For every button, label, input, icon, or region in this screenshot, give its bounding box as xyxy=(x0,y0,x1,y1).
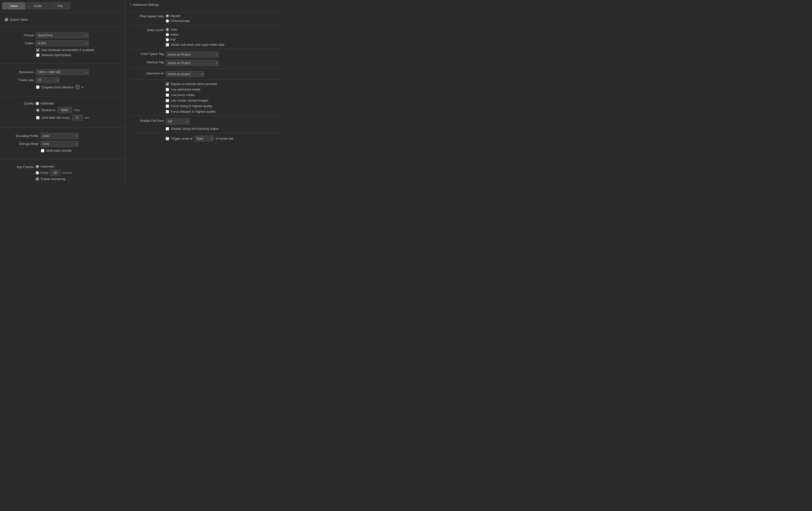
keyframes-section: Key Frames Automatic Every frames Frame … xyxy=(0,162,125,183)
resolution-section: Resolution 1920 x 1080 HD 3840 x 2160 UH… xyxy=(0,67,125,93)
quality-restrict-row: Restrict to Kb/s xyxy=(5,107,120,113)
entropy-mode-select[interactable]: Auto CAVLC CABAC xyxy=(40,141,79,147)
codec-label: Codec xyxy=(5,41,34,45)
use-optimized-checkbox[interactable] xyxy=(166,88,169,91)
keyframes-every-input[interactable] xyxy=(50,170,61,176)
pixel-square-option: Square xyxy=(166,14,190,18)
tab-audio[interactable]: Audio xyxy=(26,2,49,9)
enable-flat-pass-select-wrapper: Off On xyxy=(166,118,190,124)
export-video-label: Export Video xyxy=(10,18,28,22)
pixel-cinemascope-radio[interactable] xyxy=(166,19,169,23)
marker-icon: ⬛ xyxy=(76,85,80,89)
limit-data-rate-input[interactable] xyxy=(72,115,83,121)
enable-flat-pass-select[interactable]: Off On xyxy=(166,118,190,124)
encoding-section: Encoding Profile Auto Baseline Main High… xyxy=(0,130,125,156)
gamma-tag-label: Gamma Tag xyxy=(130,60,164,64)
trigger-script-suffix: of render job xyxy=(216,137,233,140)
hw-accel-checkbox[interactable] xyxy=(36,49,39,52)
quality-automatic-row: Quality Automatic xyxy=(5,101,120,105)
pixel-square-label: Square xyxy=(171,14,181,18)
keyframes-auto-label: Automatic xyxy=(40,164,54,168)
retain-sub-black-checkbox[interactable] xyxy=(166,43,169,47)
hw-accel-row: Use hardware acceleration if available xyxy=(5,48,120,52)
keyframes-unit: frames xyxy=(62,171,72,175)
format-row: Format QuickTime MP4 MXF AVI xyxy=(5,32,120,38)
keyframes-auto-radio[interactable] xyxy=(36,165,39,168)
enable-flat-pass-label: Enable Flat Pass xyxy=(130,118,164,122)
format-label: Format xyxy=(5,33,34,37)
multi-pass-checkbox[interactable] xyxy=(41,149,44,152)
encoding-profile-select[interactable]: Auto Baseline Main High xyxy=(40,133,79,139)
network-opt-label: Network Optimization xyxy=(41,53,71,57)
retain-sub-black-label: Retain sub-black and super-white data xyxy=(171,43,225,47)
format-select[interactable]: QuickTime MP4 MXF AVI xyxy=(36,32,89,38)
frame-reordering-checkbox[interactable] xyxy=(36,177,39,181)
data-burnin-select[interactable]: Same as project None Custom xyxy=(166,71,204,77)
force-debayer-checkbox[interactable] xyxy=(166,110,169,113)
data-levels-video-radio[interactable] xyxy=(166,33,169,36)
bypass-reencode-checkbox[interactable] xyxy=(166,82,169,86)
quality-automatic-radio[interactable] xyxy=(36,102,39,105)
use-render-cached-row: Use render cached images xyxy=(166,99,284,102)
disable-sizing-checkbox[interactable] xyxy=(166,127,169,130)
keyframes-every-radio[interactable] xyxy=(36,171,39,175)
codec-select[interactable]: H.264 H.265 ProRes DNxHR xyxy=(36,40,89,46)
trigger-script-select[interactable]: Start End xyxy=(195,136,214,142)
force-debayer-label: Force debayer to highest quality xyxy=(171,110,215,113)
tab-video[interactable]: Video xyxy=(2,2,25,9)
collapse-arrow-icon[interactable]: ▾ xyxy=(130,3,132,6)
force-debayer-row: Force debayer to highest quality xyxy=(166,110,284,113)
use-render-cached-checkbox[interactable] xyxy=(166,99,169,102)
keyframes-label: Key Frames xyxy=(5,164,34,169)
export-video-row: Export Video xyxy=(0,16,125,24)
quality-label: Quality xyxy=(5,101,34,105)
data-levels-label: Data Levels xyxy=(130,28,164,32)
limit-data-rate-checkbox[interactable] xyxy=(36,116,39,119)
advanced-settings-title: Advanced Settings xyxy=(133,3,159,6)
quality-section: Quality Automatic Restrict to Kb/s Limit… xyxy=(0,99,125,124)
pixel-cinemascope-option: Cinemascope xyxy=(166,19,190,23)
encoding-profile-row: Encoding Profile Auto Baseline Main High xyxy=(5,133,120,139)
data-levels-auto-label: Auto xyxy=(171,28,177,31)
pixel-aspect-ratio-options: Square Cinemascope xyxy=(166,14,190,23)
pixel-square-radio[interactable] xyxy=(166,14,169,18)
keyframes-group: Key Frames Automatic Every frames Frame … xyxy=(5,164,120,181)
entropy-mode-row: Entropy Mode Auto CAVLC CABAC xyxy=(5,141,120,147)
bypass-reencode-label: Bypass re-encode when possible xyxy=(171,82,217,86)
force-sizing-checkbox[interactable] xyxy=(166,104,169,108)
trigger-script-select-wrapper: Start End xyxy=(195,136,214,142)
frame-rate-row: Frame rate 23.976 24 25 29.97 30 50 59.9… xyxy=(5,77,120,83)
quality-restrict-input[interactable] xyxy=(58,107,72,113)
color-space-tag-select[interactable]: Same as Project Rec.709 Rec.2020 P3-D65 xyxy=(166,52,219,58)
quality-automatic-label: Automatic xyxy=(40,101,54,105)
entropy-mode-label: Entropy Mode xyxy=(5,142,38,146)
tab-file[interactable]: File xyxy=(50,2,70,9)
keyframes-auto-row: Automatic xyxy=(36,164,72,168)
disable-sizing-group: Disable sizing and blanking output xyxy=(130,127,284,130)
data-levels-full-radio[interactable] xyxy=(166,38,169,41)
encode-options-group: Bypass re-encode when possible Use optim… xyxy=(130,82,284,113)
data-levels-auto-option: Auto xyxy=(166,28,225,31)
trigger-script-checkbox[interactable] xyxy=(166,137,169,140)
export-video-checkbox[interactable] xyxy=(5,18,8,22)
network-opt-checkbox[interactable] xyxy=(36,54,39,57)
force-sizing-row: Force sizing to highest quality xyxy=(166,104,284,108)
chapters-checkbox[interactable] xyxy=(36,85,39,89)
data-levels-full-option: Full xyxy=(166,38,225,41)
data-levels-options: Auto Video Full Retain sub-black and sup… xyxy=(166,28,225,47)
resolution-select[interactable]: 1920 x 1080 HD 3840 x 2160 UHD 1280 x 72… xyxy=(36,69,89,75)
use-proxy-checkbox[interactable] xyxy=(166,93,169,97)
resolution-select-wrapper: 1920 x 1080 HD 3840 x 2160 UHD 1280 x 72… xyxy=(36,69,89,75)
data-levels-video-label: Video xyxy=(171,33,178,36)
chapters-label: Chapters from Markers xyxy=(41,85,74,89)
codec-select-wrapper: H.264 H.265 ProRes DNxHR xyxy=(36,40,89,46)
data-levels-auto-radio[interactable] xyxy=(166,28,169,31)
frame-rate-select[interactable]: 23.976 24 25 29.97 30 50 59.94 60 xyxy=(36,77,60,83)
left-panel: Video Audio File Export Video Format Qui… xyxy=(0,0,125,183)
gamma-tag-select[interactable]: Same as Project 2.4 2.2 Linear xyxy=(166,60,219,66)
chapters-dropdown-arrow[interactable]: ▾ xyxy=(82,85,83,89)
color-space-tag-label: Color Space Tag xyxy=(130,52,164,56)
hw-accel-label: Use hardware acceleration if available xyxy=(41,48,94,52)
format-select-wrapper: QuickTime MP4 MXF AVI xyxy=(36,32,89,38)
quality-restrict-radio[interactable] xyxy=(36,109,39,112)
